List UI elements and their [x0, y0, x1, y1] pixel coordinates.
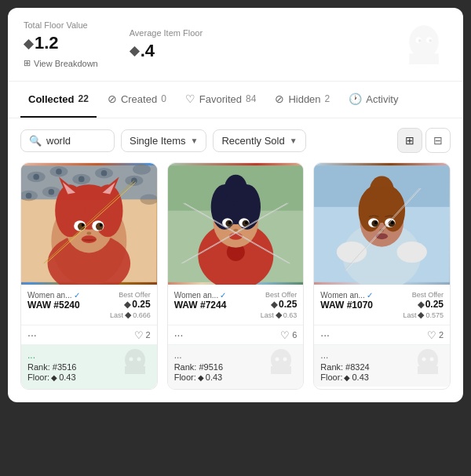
favorited-count: 84	[246, 93, 256, 104]
single-items-label: Single Items	[130, 135, 186, 147]
tab-hidden[interactable]: ⊘ Hidden 2	[267, 82, 338, 118]
more-options-button-3[interactable]: ···	[320, 329, 330, 341]
search-box[interactable]: 🔍	[20, 129, 115, 152]
like-count-3: 2	[439, 330, 444, 340]
brush-icon: ⊘	[108, 93, 117, 105]
recently-sold-dropdown[interactable]: Recently Sold ▼	[213, 129, 305, 152]
ghost-logo	[400, 21, 447, 68]
eth-icon-c1-last: ◆	[125, 310, 131, 320]
card-1-offer-label: Best Offer	[110, 291, 151, 299]
card-image-2	[168, 163, 304, 285]
svg-point-40	[86, 232, 91, 235]
card-2-id: WAW #7244	[174, 300, 227, 311]
footer-ghost-2	[265, 347, 297, 384]
svg-point-46	[129, 358, 133, 362]
chevron-down-icon: ▼	[191, 136, 199, 145]
heart-icon-2: ♡	[280, 329, 290, 341]
eth-icon-total: ◆	[24, 36, 33, 51]
search-input[interactable]	[46, 135, 109, 147]
eth-icon-floor-2: ◆	[198, 373, 204, 382]
single-items-dropdown[interactable]: Single Items ▼	[121, 129, 206, 152]
clock-icon: 🕐	[349, 93, 362, 105]
verified-icon-3: ✓	[367, 291, 373, 300]
more-options-button-1[interactable]: ···	[27, 329, 37, 341]
view-toggle: ⊞ ⊟	[397, 128, 451, 153]
nft-card-2: Women an... ✓ WAW #7244 Best Offer ◆ 0.2…	[167, 162, 305, 390]
more-options-button-2[interactable]: ···	[174, 329, 184, 341]
like-button-3[interactable]: ♡ 2	[427, 329, 444, 341]
hidden-count: 2	[325, 93, 330, 104]
chevron-down-icon-2: ▼	[290, 136, 298, 145]
tab-created[interactable]: ⊘ Created 0	[100, 82, 174, 118]
footer-ghost-3	[412, 347, 444, 381]
tab-collected[interactable]: Collected 22	[20, 82, 97, 118]
tab-favorited[interactable]: ♡ Favorited 84	[177, 82, 265, 118]
svg-point-56	[225, 175, 247, 202]
svg-point-77	[397, 242, 427, 263]
eth-icon-c2: ◆	[271, 300, 277, 310]
eth-icon-c3-last: ◆	[418, 310, 424, 320]
grid-view-button[interactable]: ⊞	[397, 128, 422, 153]
svg-point-47	[137, 358, 141, 362]
card-2-floor: Floor: ◆ 0.43	[174, 372, 223, 382]
svg-point-71	[276, 358, 279, 362]
collected-count: 22	[78, 93, 89, 104]
card-1-rank: Rank: #3516	[27, 362, 76, 372]
svg-point-88	[391, 221, 394, 224]
favorited-label: Favorited	[199, 93, 242, 105]
card-3-offer-label: Best Offer	[403, 291, 444, 299]
card-1-footer: ... Rank: #3516 Floor: ◆ 0.43	[21, 344, 157, 389]
total-floor-stat: Total Floor Value ◆ 1.2 ⊞ View Breakdown	[24, 20, 98, 68]
heart-tab-icon: ♡	[185, 93, 195, 105]
card-2-last-price: Last ◆ 0.63	[261, 310, 298, 320]
svg-point-96	[430, 358, 434, 362]
card-1-info: Women an... ✓ WAW #5240 Best Offer ◆ 0.2…	[21, 285, 157, 325]
total-floor-label: Total Floor Value	[24, 20, 98, 30]
svg-point-5	[429, 38, 432, 42]
card-1-floor: Floor: ◆ 0.43	[27, 372, 76, 382]
grid-icon: ⊞	[405, 134, 414, 147]
eth-icon-c2-last: ◆	[276, 310, 282, 320]
card-3-offer-value: ◆ 0.25	[403, 299, 444, 310]
nft-card-3: Women an... ✓ WAW #1070 Best Offer ◆ 0.2…	[313, 162, 451, 390]
card-2-rank: Rank: #9516	[174, 362, 223, 372]
nft-card-1: Women an... ✓ WAW #5240 Best Offer ◆ 0.2…	[20, 162, 158, 390]
svg-point-87	[374, 221, 378, 224]
created-count: 0	[161, 93, 166, 104]
like-button-1[interactable]: ♡ 2	[134, 329, 151, 341]
recently-sold-label: Recently Sold	[221, 135, 284, 147]
main-container: Total Floor Value ◆ 1.2 ⊞ View Breakdown…	[8, 8, 463, 402]
avg-floor-value: ◆ .4	[130, 41, 203, 61]
hidden-label: Hidden	[288, 93, 320, 105]
list-icon: ⊟	[433, 134, 443, 147]
svg-point-76	[337, 242, 367, 263]
breakdown-icon: ⊞	[24, 58, 31, 68]
card-1-actions: ··· ♡ 2	[21, 325, 157, 344]
view-breakdown-link[interactable]: ⊞ View Breakdown	[24, 58, 98, 68]
card-2-info: Women an... ✓ WAW #7244 Best Offer ◆ 0.2…	[168, 285, 304, 325]
svg-point-82	[370, 176, 394, 204]
svg-point-39	[100, 223, 103, 227]
card-1-id: WAW #5240	[27, 300, 80, 311]
card-3-info: Women an... ✓ WAW #1070 Best Offer ◆ 0.2…	[314, 285, 450, 325]
eth-icon-floor-3: ◆	[344, 373, 350, 382]
card-2-collection: Women an... ✓	[174, 291, 227, 300]
eth-icon-c3: ◆	[418, 300, 424, 310]
created-label: Created	[121, 93, 157, 105]
card-2-offer-value: ◆ 0.25	[261, 299, 298, 310]
heart-icon-3: ♡	[427, 329, 436, 341]
card-3-actions: ··· ♡ 2	[314, 325, 450, 344]
like-button-2[interactable]: ♡ 6	[280, 329, 297, 341]
card-1-offer-value: ◆ 0.25	[110, 299, 151, 310]
card-1-footer-dots: ...	[27, 350, 76, 361]
eth-icon-c1: ◆	[124, 300, 130, 310]
hidden-icon: ⊘	[275, 93, 284, 105]
svg-point-72	[283, 358, 287, 362]
card-3-footer-dots: ...	[320, 350, 369, 361]
svg-point-62	[245, 221, 248, 224]
list-view-button[interactable]: ⊟	[425, 128, 451, 153]
eth-icon-floor-1: ◆	[51, 373, 57, 382]
tab-activity[interactable]: 🕐 Activity	[341, 82, 406, 118]
collected-label: Collected	[28, 93, 75, 105]
svg-point-61	[228, 221, 231, 224]
